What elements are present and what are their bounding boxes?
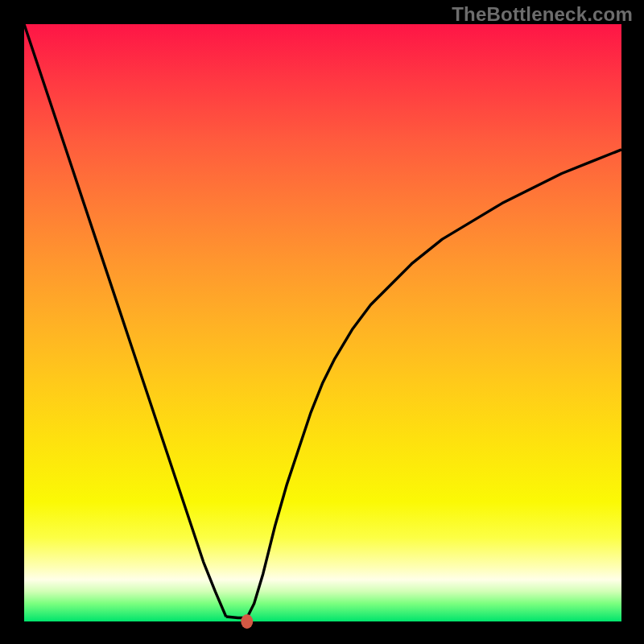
- marker-point: [241, 614, 253, 629]
- watermark-text: TheBottleneck.com: [452, 3, 633, 26]
- chart-svg: [24, 24, 621, 621]
- plot-area: [24, 24, 621, 621]
- curve-left-branch: [24, 24, 226, 617]
- chart-container: TheBottleneck.com: [0, 0, 644, 644]
- curve-right-branch: [247, 150, 621, 618]
